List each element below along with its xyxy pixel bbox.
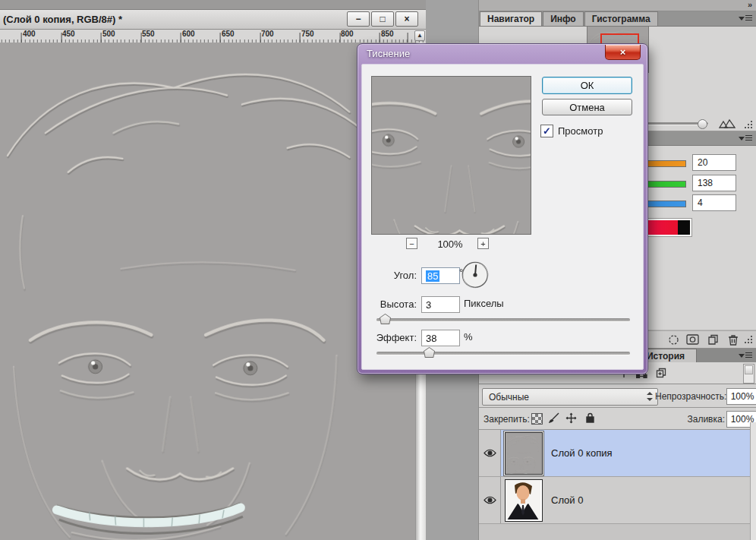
- height-unit: Пикселы: [464, 298, 504, 309]
- tab-navigator[interactable]: Навигатор: [480, 11, 542, 26]
- panel-menu-icon[interactable]: [739, 14, 752, 22]
- amount-unit: %: [464, 331, 473, 343]
- emboss-dialog: Тиснение × − 100% + ОК Отмена ✓ Просмотр…: [357, 43, 648, 374]
- ruler-tick-label: 750: [301, 30, 314, 38]
- minimize-button[interactable]: −: [347, 11, 370, 27]
- layer-row-original[interactable]: Слой 0: [479, 477, 756, 524]
- preview-checkbox-label: Просмотр: [558, 125, 603, 137]
- canvas[interactable]: [0, 43, 416, 540]
- preview-checkbox-row: ✓ Просмотр: [540, 125, 603, 137]
- height-slider-thumb[interactable]: [380, 314, 391, 324]
- up-arrow-icon: ▲: [417, 32, 423, 39]
- dialog-body: − 100% + ОК Отмена ✓ Просмотр Угол: 85 °…: [361, 64, 644, 370]
- ruler-tick-label: 700: [261, 30, 274, 38]
- ruler-tick-label: 500: [102, 30, 115, 38]
- layer-thumbnail[interactable]: [505, 432, 543, 475]
- duplicate-state-icon[interactable]: [655, 367, 668, 379]
- ruler-tick-label: 800: [341, 30, 354, 38]
- preview-zoom-value: 100%: [427, 238, 473, 250]
- close-icon: ×: [620, 46, 626, 58]
- minimize-icon: −: [355, 14, 361, 24]
- lock-position-icon[interactable]: [565, 412, 578, 424]
- maximize-button[interactable]: □: [371, 11, 394, 27]
- visibility-cell: [479, 477, 501, 523]
- height-input[interactable]: 3: [421, 296, 460, 313]
- layer-thumbnail[interactable]: [505, 479, 543, 522]
- visibility-cell: [479, 430, 501, 476]
- opacity-label: Непрозрачность:: [655, 391, 726, 402]
- height-slider[interactable]: [376, 318, 630, 322]
- zoom-in-mountain-icon[interactable]: [719, 118, 736, 128]
- document-titlebar[interactable]: (Слой 0 копия, RGB/8#) * − □ ×: [0, 10, 426, 30]
- horizontal-ruler: 400 450 500 550 600 650 700 750 800 850 …: [0, 30, 426, 43]
- checkmark-icon: ✓: [543, 125, 551, 137]
- adjustment-icon[interactable]: [667, 333, 680, 346]
- maximize-icon: □: [380, 14, 385, 24]
- blue-value-input[interactable]: 4: [692, 194, 736, 211]
- height-label: Высота:: [373, 298, 417, 310]
- layers-blend-row: Обычные Непрозрачность: 100%: [479, 384, 756, 408]
- layer-mask-icon[interactable]: [686, 333, 699, 346]
- dock-header: »: [479, 0, 756, 11]
- filter-preview[interactable]: [371, 76, 531, 235]
- fill-label: Заливка:: [655, 414, 725, 425]
- ok-button[interactable]: ОК: [542, 77, 632, 94]
- panel-resize-grip[interactable]: [745, 120, 754, 129]
- color-panel-menu-icon[interactable]: [739, 134, 752, 142]
- dialog-close-button[interactable]: ×: [605, 45, 641, 60]
- eye-icon[interactable]: [484, 496, 496, 504]
- amount-input[interactable]: 38: [421, 330, 460, 346]
- layer-name[interactable]: Слой 0 копия: [551, 447, 612, 459]
- ruler-tick-label: 850: [381, 30, 394, 38]
- layers-empty-area: [479, 524, 756, 540]
- angle-input[interactable]: 85: [421, 267, 460, 284]
- ruler-tick-label: 550: [142, 30, 155, 38]
- layers-list: Слой 0 копия Слой 0: [479, 430, 756, 540]
- dialog-title: Тиснение: [367, 48, 410, 59]
- panel-mini-scrollbar[interactable]: [743, 364, 754, 384]
- navigator-zoom-thumb[interactable]: [698, 119, 707, 129]
- layer-name[interactable]: Слой 0: [551, 494, 583, 506]
- history-panel-menu-icon[interactable]: [739, 352, 752, 359]
- cancel-button[interactable]: Отмена: [542, 99, 632, 115]
- close-button[interactable]: ×: [395, 11, 418, 27]
- app-top-strip: [0, 0, 426, 10]
- new-layer-icon[interactable]: [707, 333, 720, 346]
- amount-slider[interactable]: [376, 352, 630, 355]
- ruler-tick-label: 400: [23, 30, 36, 38]
- trash-icon[interactable]: [726, 333, 739, 346]
- zoom-out-button[interactable]: −: [406, 238, 417, 249]
- layers-lock-row: Закрепить: Заливка: 100%: [479, 408, 756, 430]
- zoom-in-button[interactable]: +: [477, 238, 489, 249]
- close-icon: ×: [404, 14, 409, 24]
- embossed-image: [0, 43, 416, 540]
- ruler-scroll-button[interactable]: ▲: [414, 30, 425, 41]
- ruler-tick-label: 600: [182, 30, 195, 38]
- select-updown-icon: [646, 392, 653, 401]
- lock-transparency-icon[interactable]: [531, 412, 543, 425]
- blend-mode-select[interactable]: Обычные: [482, 388, 658, 406]
- eye-icon[interactable]: [484, 449, 496, 457]
- angle-dial[interactable]: [461, 261, 490, 289]
- ruler-tick-label: 650: [222, 30, 235, 38]
- document-title: (Слой 0 копия, RGB/8#) *: [0, 14, 122, 25]
- amount-slider-thumb[interactable]: [424, 347, 435, 358]
- ruler-tick-label: 450: [62, 30, 75, 38]
- preview-checkbox[interactable]: ✓: [540, 125, 553, 137]
- layer-row-emboss-copy[interactable]: Слой 0 копия: [479, 430, 756, 477]
- navigator-tab-bar: Навигатор Инфо Гистограмма: [479, 11, 756, 27]
- amount-label: Эффект:: [373, 332, 417, 343]
- layers-scrollbar[interactable]: [750, 422, 756, 540]
- collapse-panels-icon[interactable]: »: [748, 0, 752, 10]
- angle-label: Угол:: [373, 270, 417, 281]
- tab-info[interactable]: Инфо: [543, 11, 584, 26]
- panel-resize-grip[interactable]: [745, 335, 754, 344]
- window-controls: − □ ×: [347, 11, 418, 27]
- red-value-input[interactable]: 20: [692, 154, 736, 171]
- lock-all-icon[interactable]: [584, 412, 597, 424]
- opacity-input[interactable]: 100%: [726, 388, 756, 405]
- tab-histogram[interactable]: Гистограмма: [584, 11, 658, 26]
- green-value-input[interactable]: 138: [692, 175, 736, 191]
- lock-label: Закрепить:: [484, 414, 530, 425]
- lock-paint-brush-icon[interactable]: [547, 412, 560, 424]
